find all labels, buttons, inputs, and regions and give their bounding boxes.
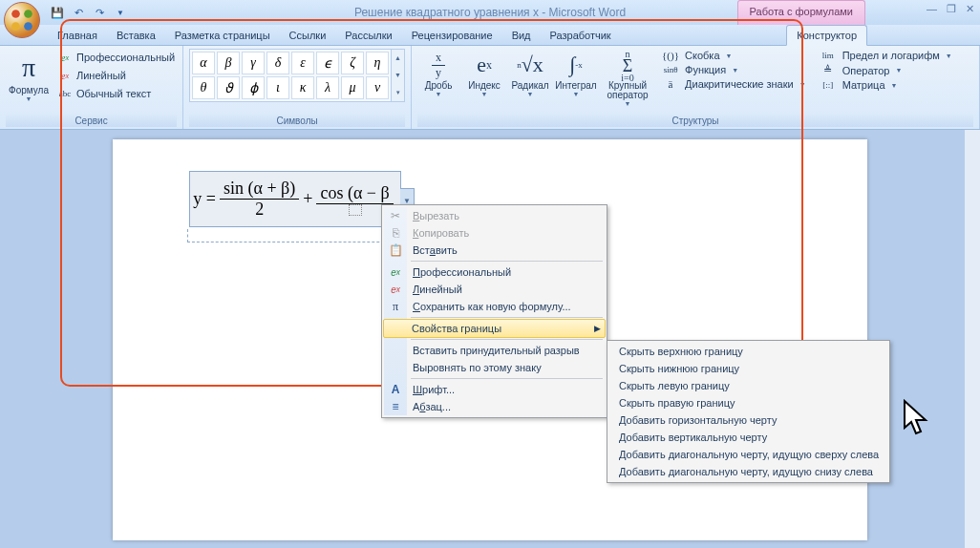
symbol-cell[interactable]: ζ bbox=[341, 52, 364, 74]
tab-mailings[interactable]: Рассылки bbox=[335, 26, 401, 45]
accent-button[interactable]: äДиакритические знаки▼ bbox=[658, 77, 812, 91]
fraction-icon: xy bbox=[432, 49, 445, 81]
undo-icon[interactable]: ↶ bbox=[69, 3, 88, 22]
sub-hidetop[interactable]: Скрыть верхнюю границу bbox=[609, 343, 887, 360]
paragraph-icon: ≡ bbox=[388, 399, 403, 414]
ctx-linear[interactable]: exЛинейный bbox=[384, 281, 605, 298]
symbol-cell[interactable]: β bbox=[217, 52, 240, 74]
sub-adddiagtl[interactable]: Добавить диагональную черту, идущую свер… bbox=[609, 446, 887, 463]
window-title: Решение квадратного уравнения x - Micros… bbox=[354, 6, 626, 19]
symbol-grid: αβγδεϵζηθϑϕικλμν bbox=[189, 49, 392, 102]
paste-icon: 📋 bbox=[388, 242, 403, 258]
accent-icon: ä bbox=[660, 78, 681, 90]
qat-more-icon[interactable]: ▼ bbox=[111, 3, 130, 22]
svg-point-2 bbox=[11, 22, 20, 31]
function-icon: sinθ bbox=[660, 65, 681, 74]
equation-box[interactable]: y = sin (α + β) 2 + cos (α − β ▼ bbox=[189, 171, 401, 227]
symbol-cell[interactable]: μ bbox=[341, 76, 364, 99]
limit-button[interactable]: limПредел и логарифм▼ bbox=[816, 49, 958, 62]
sub-adddiagbl[interactable]: Добавить диагональную черту, идущую сниз… bbox=[609, 463, 887, 480]
symbol-cell[interactable]: ε bbox=[291, 52, 314, 74]
office-button[interactable] bbox=[4, 2, 40, 38]
sub-addvstrike[interactable]: Добавить вертикальную черту bbox=[609, 429, 887, 446]
ctx-font[interactable]: AШрифт... bbox=[384, 381, 605, 398]
ctx-professional[interactable]: exПрофессиональный bbox=[384, 263, 605, 281]
bracket-button[interactable]: {()}Скобка▼ bbox=[658, 49, 812, 62]
symbol-cell[interactable]: δ bbox=[266, 52, 289, 74]
linear-icon: ex bbox=[388, 282, 403, 297]
sub-hideleft[interactable]: Скрыть левую границу bbox=[609, 377, 887, 394]
vertical-scrollbar[interactable] bbox=[964, 130, 980, 548]
matrix-button[interactable]: [::]Матрица▼ bbox=[816, 78, 958, 92]
ctx-insertbreak[interactable]: Вставить принудительный разрыв bbox=[384, 342, 605, 359]
copy-icon: ⎘ bbox=[388, 225, 403, 241]
quick-access-toolbar: 💾 ↶ ↷ ▼ bbox=[48, 3, 130, 22]
svg-point-1 bbox=[24, 10, 32, 18]
equation-button[interactable]: π Формула ▼ bbox=[6, 49, 52, 104]
tab-view[interactable]: Вид bbox=[502, 26, 541, 45]
group-tools: π Формула ▼ ex Профессиональный ex Линей… bbox=[0, 46, 183, 129]
ctx-paste[interactable]: 📋Вставить bbox=[384, 242, 605, 259]
tab-references[interactable]: Ссылки bbox=[280, 26, 336, 45]
professional-button[interactable]: ex Профессиональный bbox=[55, 49, 177, 66]
symbol-cell[interactable]: ν bbox=[366, 76, 389, 99]
ctx-cut[interactable]: ✂Вырезать bbox=[384, 207, 605, 224]
group-symbols: αβγδεϵζηθϑϕικλμν ▲ ▼ ▾ Символы bbox=[183, 46, 412, 129]
close-icon[interactable]: ✕ bbox=[966, 3, 974, 15]
operator-button[interactable]: ≜Оператор▼ bbox=[816, 63, 958, 77]
integral-button[interactable]: ∫-x Интеграл▼ bbox=[555, 49, 597, 97]
symbol-cell[interactable]: α bbox=[192, 52, 215, 74]
tab-insert[interactable]: Вставка bbox=[107, 26, 165, 45]
linear-icon: ex bbox=[57, 68, 73, 83]
professional-icon: ex bbox=[57, 50, 73, 65]
symbol-cell[interactable]: ϑ bbox=[217, 76, 240, 99]
limit-icon: lim bbox=[818, 51, 839, 60]
tab-developer[interactable]: Разработчик bbox=[541, 26, 621, 45]
group-structures: xy Дробь▼ ex Индекс▼ n√x Радикал▼ ∫-x Ин… bbox=[412, 46, 980, 129]
sub-hideright[interactable]: Скрыть правую границу bbox=[609, 394, 887, 411]
operator-icon: ≜ bbox=[818, 64, 839, 76]
professional-icon: ex bbox=[388, 264, 403, 280]
matrix-icon: [::] bbox=[818, 80, 839, 90]
ribbon-tabs: Главная Вставка Разметка страницы Ссылки… bbox=[0, 25, 980, 46]
radical-icon: n√x bbox=[517, 49, 543, 81]
restore-icon[interactable]: ❐ bbox=[947, 3, 956, 15]
normaltext-button[interactable]: abc Обычный текст bbox=[55, 85, 177, 102]
save-icon[interactable]: 💾 bbox=[48, 3, 67, 22]
ctx-paragraph[interactable]: ≡Абзац... bbox=[384, 398, 605, 415]
equation-handle[interactable] bbox=[187, 229, 403, 242]
sub-addhstrike[interactable]: Добавить горизонтальную черту bbox=[609, 411, 887, 429]
ctx-borderprops[interactable]: Свойства границы▶ bbox=[383, 319, 606, 338]
linear-button[interactable]: ex Линейный bbox=[55, 67, 177, 84]
script-icon: ex bbox=[477, 49, 492, 81]
radical-button[interactable]: n√x Радикал▼ bbox=[509, 49, 551, 97]
symbol-cell[interactable]: ι bbox=[266, 76, 289, 99]
cut-icon: ✂ bbox=[388, 208, 403, 223]
symbol-cell[interactable]: ϵ bbox=[316, 52, 339, 74]
symbol-cell[interactable]: ϕ bbox=[242, 76, 265, 99]
ctx-saveas[interactable]: πСохранить как новую формулу... bbox=[384, 298, 605, 315]
integral-icon: ∫-x bbox=[569, 49, 583, 81]
minimize-icon[interactable]: — bbox=[927, 3, 937, 15]
tab-pagelayout[interactable]: Разметка страницы bbox=[165, 26, 280, 45]
svg-point-3 bbox=[24, 22, 32, 31]
tab-home[interactable]: Главная bbox=[48, 26, 107, 45]
tab-design[interactable]: Конструктор bbox=[786, 25, 867, 46]
symbol-cell[interactable]: η bbox=[366, 52, 389, 74]
largeop-button[interactable]: nΣi=0 Крупный оператор▼ bbox=[601, 49, 654, 107]
ctx-alignat[interactable]: Выровнять по этому знаку bbox=[384, 359, 605, 376]
tab-review[interactable]: Рецензирование bbox=[402, 26, 502, 45]
bracket-icon: {()} bbox=[660, 50, 681, 61]
sub-hidebottom[interactable]: Скрыть нижнюю границу bbox=[609, 360, 887, 377]
symbol-more-button[interactable]: ▲ ▼ ▾ bbox=[392, 49, 405, 102]
fraction-button[interactable]: xy Дробь▼ bbox=[417, 49, 459, 97]
script-button[interactable]: ex Индекс▼ bbox=[463, 49, 505, 97]
symbol-cell[interactable]: λ bbox=[316, 76, 339, 99]
context-submenu: Скрыть верхнюю границу Скрыть нижнюю гра… bbox=[607, 340, 890, 483]
function-button[interactable]: sinθФункция▼ bbox=[658, 63, 812, 76]
symbol-cell[interactable]: κ bbox=[291, 76, 314, 99]
ctx-copy[interactable]: ⎘Копировать bbox=[384, 224, 605, 242]
symbol-cell[interactable]: θ bbox=[192, 76, 215, 99]
symbol-cell[interactable]: γ bbox=[242, 52, 265, 74]
redo-icon[interactable]: ↷ bbox=[90, 3, 109, 22]
